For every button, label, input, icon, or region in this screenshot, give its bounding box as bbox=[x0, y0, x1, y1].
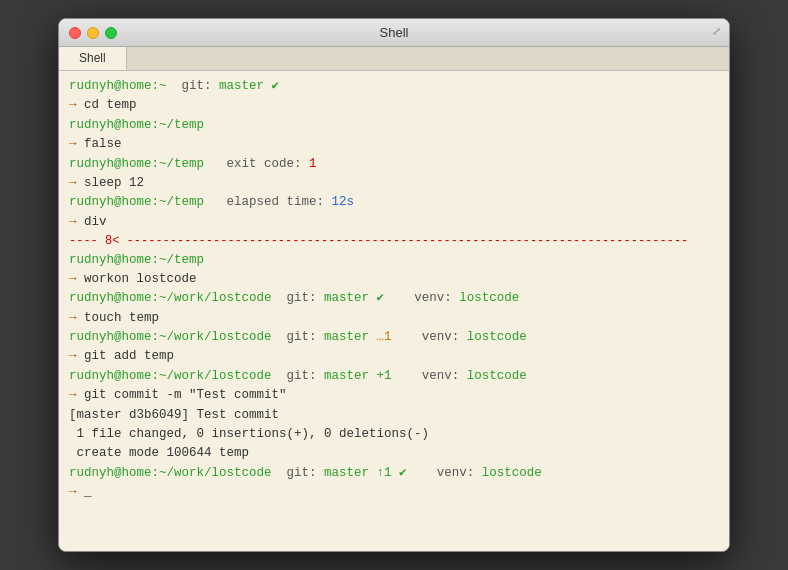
terminal-line: rudnyh@home:~/temp bbox=[69, 116, 719, 135]
terminal-line: rudnyh@home:~/temp exit code: 1 bbox=[69, 155, 719, 174]
resize-icon[interactable]: ⤢ bbox=[712, 25, 721, 38]
terminal-line: rudnyh@home:~/temp bbox=[69, 251, 719, 270]
title-bar: Shell ⤢ bbox=[59, 19, 729, 47]
terminal-line: → touch temp bbox=[69, 309, 719, 328]
terminal-line: → git add temp bbox=[69, 347, 719, 366]
terminal-line: → workon lostcode bbox=[69, 270, 719, 289]
terminal-window: Shell ⤢ Shell rudnyh@home:~ git: master … bbox=[58, 18, 730, 552]
terminal-line: create mode 100644 temp bbox=[69, 444, 719, 463]
terminal-line: rudnyh@home:~ git: master ✔ bbox=[69, 77, 719, 96]
terminal-cursor-line: → _ bbox=[69, 483, 719, 502]
close-button[interactable] bbox=[69, 27, 81, 39]
terminal-line: rudnyh@home:~/work/lostcode git: master … bbox=[69, 464, 719, 483]
terminal-line: → false bbox=[69, 135, 719, 154]
traffic-lights[interactable] bbox=[69, 27, 117, 39]
window-title: Shell bbox=[380, 25, 409, 40]
terminal-line: → div bbox=[69, 213, 719, 232]
divider-line: ---- 8< --------------------------------… bbox=[69, 232, 719, 251]
tab-bar: Shell bbox=[59, 47, 729, 71]
terminal-line: rudnyh@home:~/work/lostcode git: master … bbox=[69, 289, 719, 308]
terminal-line: rudnyh@home:~/work/lostcode git: master … bbox=[69, 367, 719, 386]
terminal-line: 1 file changed, 0 insertions(+), 0 delet… bbox=[69, 425, 719, 444]
maximize-button[interactable] bbox=[105, 27, 117, 39]
minimize-button[interactable] bbox=[87, 27, 99, 39]
terminal-content[interactable]: rudnyh@home:~ git: master ✔ → cd temp ru… bbox=[59, 71, 729, 551]
terminal-line: [master d3b6049] Test commit bbox=[69, 406, 719, 425]
tab-shell[interactable]: Shell bbox=[59, 47, 127, 70]
terminal-line: → cd temp bbox=[69, 96, 719, 115]
terminal-line: → git commit -m "Test commit" bbox=[69, 386, 719, 405]
terminal-line: rudnyh@home:~/temp elapsed time: 12s bbox=[69, 193, 719, 212]
terminal-line: → sleep 12 bbox=[69, 174, 719, 193]
terminal-line: rudnyh@home:~/work/lostcode git: master … bbox=[69, 328, 719, 347]
